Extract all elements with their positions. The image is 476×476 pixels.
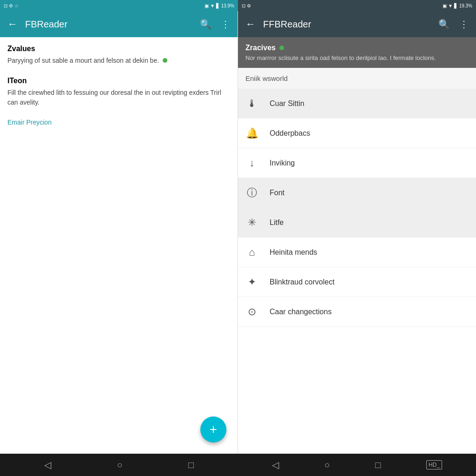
nav-bars: ◁ ○ □ ◁ ○ □ HD_ [0, 454, 476, 476]
inviking-icon: ↓ [245, 157, 258, 169]
left-nav-bar: ◁ ○ □ [0, 454, 238, 476]
left-battery-icons: ▣ ▼ ▋ 13.9% [205, 3, 234, 8]
heinita-mends-label: Heinita mends [270, 248, 317, 257]
font-icon: ⓘ [245, 186, 258, 200]
litfe-label: Litfe [270, 218, 284, 227]
left-toolbar: ← FBReader 🔍 ⋮ [0, 11, 238, 37]
right-nav-back[interactable]: ◁ [272, 459, 279, 470]
right-panel: ← FFBReader 🔍 ⋮ Zracives Nor marrror scl… [238, 11, 476, 454]
left-search-button[interactable]: 🔍 [198, 17, 213, 32]
menu-list: 🌡Cuar Sittin🔔Odderpbacs↓InvikingⓘFont✳Li… [238, 89, 476, 454]
main-content: ← FBReader 🔍 ⋮ Zvalues Paryying of sut s… [0, 11, 476, 454]
right-header-card: Zracives Nor marrror sclisute a sirita o… [238, 37, 476, 68]
zvalues-title: Zvalues [7, 45, 230, 53]
right-back-button[interactable]: ← [244, 16, 258, 32]
heinita-mends-icon: ⌂ [245, 246, 258, 258]
cuar-sittin-label: Cuar Sittin [270, 99, 304, 108]
font-label: Font [270, 189, 284, 197]
right-app-title: FFBReader [263, 19, 431, 30]
fab-add-button[interactable]: + [200, 416, 226, 443]
blinktraud-corvolect-label: Blinktraud corvolect [270, 278, 335, 286]
inviking-label: Inviking [270, 159, 295, 167]
left-nav-home[interactable]: ○ [117, 460, 122, 470]
right-toolbar: ← FFBReader 🔍 ⋮ [238, 11, 476, 37]
emair-preycion-link[interactable]: Emair Preycion [7, 119, 230, 126]
left-app-title: FBReader [25, 19, 192, 30]
cuar-sittin-icon: 🌡 [245, 98, 258, 110]
left-content-area: Zvalues Paryying of sut sable a mourt an… [0, 37, 238, 454]
iteon-title: ITeon [7, 77, 230, 85]
section-iteon: ITeon Fill the cirewhed lith to fessuing… [7, 77, 230, 107]
menu-item-blinktraud-corvolect[interactable]: ✦Blinktraud corvolect [238, 267, 476, 297]
litfe-icon: ✳ [245, 217, 258, 229]
caar-changections-icon: ⊙ [245, 306, 258, 318]
right-nav-bar: ◁ ○ □ HD_ [238, 454, 476, 476]
zvalues-body: Paryying of sut sable a mourt and felson… [7, 56, 230, 66]
menu-item-inviking[interactable]: ↓Inviking [238, 148, 476, 178]
blinktraud-corvolect-icon: ✦ [245, 276, 258, 288]
odderpbacs-label: Odderpbacs [270, 129, 310, 138]
right-battery-icons: ▣ ▼ ▋ 19.3% [443, 3, 472, 8]
menu-item-cuar-sittin[interactable]: 🌡Cuar Sittin [238, 89, 476, 119]
left-panel: ← FBReader 🔍 ⋮ Zvalues Paryying of sut s… [0, 11, 238, 454]
menu-item-heinita-mends[interactable]: ⌂Heinita mends [238, 238, 476, 267]
left-back-button[interactable]: ← [6, 16, 20, 32]
left-nav-recent[interactable]: □ [188, 460, 194, 470]
right-status-icons: ⊡ ⚙ [242, 3, 251, 8]
header-card-title: Zracives [245, 44, 469, 52]
right-nav-special[interactable]: HD_ [426, 460, 442, 469]
right-search-button[interactable]: 🔍 [436, 17, 452, 32]
email-section: Eniik wsworld [238, 68, 476, 89]
status-bar-right: ⊡ ⚙ ▣ ▼ ▋ 19.3% [238, 0, 476, 11]
menu-item-odderpbacs[interactable]: 🔔Odderpbacs [238, 119, 476, 148]
left-more-button[interactable]: ⋮ [219, 17, 232, 32]
right-nav-home[interactable]: ○ [324, 460, 330, 470]
menu-item-litfe[interactable]: ✳Litfe [238, 208, 476, 238]
status-bar-left: ⊡ ⚙ ☆ ▣ ▼ ▋ 13.9% [0, 0, 238, 11]
header-card-body: Nor marrror sclisute a sirita oad felson… [245, 54, 469, 62]
left-nav-back[interactable]: ◁ [44, 459, 51, 470]
section-zvalues: Zvalues Paryying of sut sable a mourt an… [7, 45, 230, 66]
green-dot-2 [279, 46, 284, 50]
right-more-button[interactable]: ⋮ [457, 17, 470, 32]
left-status-icons: ⊡ ⚙ ☆ [4, 3, 19, 8]
menu-item-caar-changections[interactable]: ⊙Caar changections [238, 297, 476, 327]
odderpbacs-icon: 🔔 [245, 127, 258, 139]
menu-item-font[interactable]: ⓘFont [238, 178, 476, 208]
iteon-body: Fill the cirewhed lith to fessuing our d… [7, 88, 230, 107]
caar-changections-label: Caar changections [270, 308, 331, 316]
status-bars: ⊡ ⚙ ☆ ▣ ▼ ▋ 13.9% ⊡ ⚙ ▣ ▼ ▋ 19.3% [0, 0, 476, 11]
green-dot-1 [163, 58, 167, 63]
right-nav-recent[interactable]: □ [375, 460, 381, 470]
